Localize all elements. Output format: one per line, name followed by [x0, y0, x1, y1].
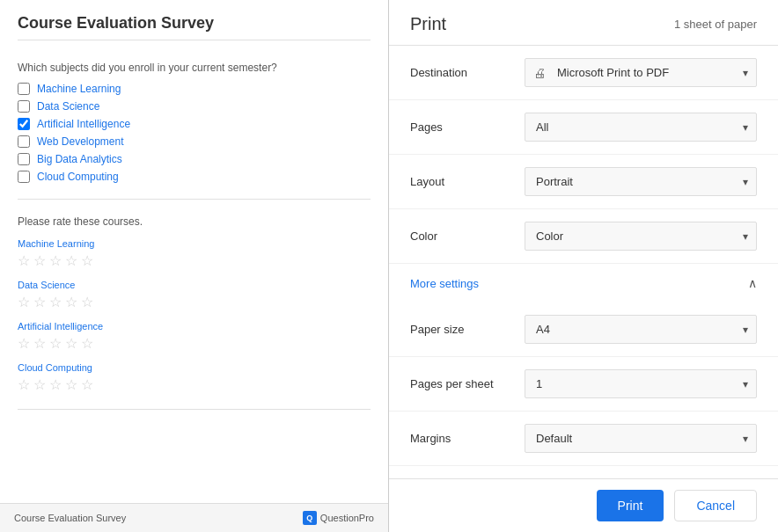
- layout-wrapper: Portrait Landscape ▾: [525, 167, 757, 196]
- color-row: Color Color Black and white ▾: [389, 209, 778, 264]
- star-icon[interactable]: ☆: [81, 252, 93, 269]
- checkbox-big-data[interactable]: [18, 153, 30, 165]
- star-icon[interactable]: ☆: [65, 252, 77, 269]
- course-name: Machine Learning: [18, 238, 371, 249]
- cancel-button[interactable]: Cancel: [674, 490, 757, 521]
- chevron-up-icon: ∧: [748, 276, 757, 290]
- star-icon[interactable]: ☆: [81, 294, 93, 310]
- star-icon[interactable]: ☆: [33, 335, 46, 352]
- checkbox-question: Which subjects did you enroll in your cu…: [18, 62, 371, 74]
- pages-per-sheet-wrapper: 1 2 4 ▾: [525, 369, 757, 398]
- survey-footer: Course Evaluation Survey Q QuestionPro: [0, 503, 388, 532]
- print-panel: Print 1 sheet of paper Destination 🖨 Mic…: [389, 0, 778, 532]
- star-icon[interactable]: ☆: [49, 294, 62, 310]
- layout-label: Layout: [410, 175, 525, 188]
- star-icon[interactable]: ☆: [49, 335, 62, 352]
- layout-select[interactable]: Portrait Landscape: [525, 167, 757, 196]
- survey-title: Course Evaluation Survey: [18, 14, 371, 40]
- list-item: Artificial Intelligence: [18, 118, 371, 130]
- scale-row: Scale Default Custom Fit to page ▾: [389, 466, 778, 478]
- stars-ai: ☆ ☆ ☆ ☆ ☆: [18, 335, 371, 352]
- list-item: Big Data Analytics: [18, 153, 371, 165]
- star-icon[interactable]: ☆: [18, 252, 30, 269]
- section-divider-2: [18, 409, 371, 410]
- pages-select[interactable]: All Custom: [525, 113, 757, 142]
- print-button[interactable]: Print: [597, 490, 664, 521]
- destination-row: Destination 🖨 Microsoft Print to PDF ▾: [389, 46, 778, 100]
- star-icon[interactable]: ☆: [18, 294, 30, 310]
- checkbox-list: Machine Learning Data Science Artificial…: [18, 83, 371, 183]
- star-icon[interactable]: ☆: [65, 294, 77, 310]
- footer-logo-text: QuestionPro: [320, 513, 374, 523]
- list-item: Data Science: [18, 100, 371, 113]
- stars-machine-learning: ☆ ☆ ☆ ☆ ☆: [18, 252, 371, 269]
- course-rating-cloud: Cloud Computing ☆ ☆ ☆ ☆ ☆: [18, 362, 371, 393]
- checkbox-label-data-science[interactable]: Data Science: [37, 100, 99, 113]
- star-icon[interactable]: ☆: [18, 376, 30, 393]
- stars-cloud: ☆ ☆ ☆ ☆ ☆: [18, 376, 371, 393]
- pages-wrapper: All Custom ▾: [525, 113, 757, 142]
- destination-label: Destination: [410, 66, 525, 79]
- checkbox-data-science[interactable]: [18, 100, 30, 113]
- checkbox-label-cloud[interactable]: Cloud Computing: [37, 171, 119, 183]
- print-footer: Print Cancel: [389, 478, 778, 532]
- list-item: Machine Learning: [18, 83, 371, 95]
- star-icon[interactable]: ☆: [33, 376, 46, 393]
- checkbox-label-machine-learning[interactable]: Machine Learning: [37, 83, 121, 95]
- stars-data-science: ☆ ☆ ☆ ☆ ☆: [18, 294, 371, 310]
- survey-content: Course Evaluation Survey Which subjects …: [0, 0, 388, 503]
- star-icon[interactable]: ☆: [18, 335, 30, 352]
- star-icon[interactable]: ☆: [49, 252, 62, 269]
- layout-row: Layout Portrait Landscape ▾: [389, 155, 778, 209]
- color-wrapper: Color Black and white ▾: [525, 222, 757, 251]
- questionpro-icon: Q: [303, 511, 317, 525]
- more-settings-row[interactable]: More settings ∧: [389, 264, 778, 302]
- pages-row: Pages All Custom ▾: [389, 100, 778, 155]
- course-name: Cloud Computing: [18, 362, 371, 373]
- checkbox-machine-learning[interactable]: [18, 83, 30, 95]
- paper-size-label: Paper size: [410, 323, 525, 336]
- course-name: Artificial Intelligence: [18, 321, 371, 332]
- star-icon[interactable]: ☆: [65, 335, 77, 352]
- checkbox-label-ai[interactable]: Artificial Intelligence: [37, 118, 130, 130]
- list-item: Web Development: [18, 135, 371, 148]
- pages-per-sheet-select[interactable]: 1 2 4: [525, 369, 757, 398]
- checkbox-label-big-data[interactable]: Big Data Analytics: [37, 153, 122, 165]
- star-icon[interactable]: ☆: [81, 376, 93, 393]
- color-select[interactable]: Color Black and white: [525, 222, 757, 251]
- paper-size-select[interactable]: A4 Letter Legal: [525, 315, 757, 344]
- list-item: Cloud Computing: [18, 171, 371, 183]
- checkbox-label-web-dev[interactable]: Web Development: [37, 135, 124, 148]
- star-icon[interactable]: ☆: [33, 252, 46, 269]
- print-title: Print: [410, 14, 446, 34]
- pages-per-sheet-row: Pages per sheet 1 2 4 ▾: [389, 357, 778, 412]
- destination-wrapper: 🖨 Microsoft Print to PDF ▾: [525, 58, 757, 87]
- margins-label: Margins: [410, 432, 525, 445]
- margins-select[interactable]: Default None Minimum Custom: [525, 424, 757, 453]
- destination-select[interactable]: Microsoft Print to PDF: [525, 58, 757, 87]
- more-settings-label: More settings: [410, 277, 479, 290]
- paper-size-wrapper: A4 Letter Legal ▾: [525, 315, 757, 344]
- footer-title: Course Evaluation Survey: [14, 513, 126, 523]
- star-icon[interactable]: ☆: [81, 335, 93, 352]
- star-icon[interactable]: ☆: [65, 376, 77, 393]
- sheet-info: 1 sheet of paper: [674, 18, 757, 31]
- pages-per-sheet-label: Pages per sheet: [410, 377, 525, 390]
- checkbox-cloud[interactable]: [18, 171, 30, 183]
- course-rating-machine-learning: Machine Learning ☆ ☆ ☆ ☆ ☆: [18, 238, 371, 269]
- course-name: Data Science: [18, 280, 371, 290]
- course-rating-ai: Artificial Intelligence ☆ ☆ ☆ ☆ ☆: [18, 321, 371, 352]
- print-body: Destination 🖨 Microsoft Print to PDF ▾ P…: [389, 46, 778, 478]
- print-header: Print 1 sheet of paper: [389, 0, 778, 46]
- footer-logo: Q QuestionPro: [303, 511, 374, 525]
- survey-panel: Course Evaluation Survey Which subjects …: [0, 0, 389, 532]
- section-divider: [18, 199, 371, 200]
- margins-row: Margins Default None Minimum Custom ▾: [389, 412, 778, 466]
- star-icon[interactable]: ☆: [33, 294, 46, 310]
- checkbox-web-dev[interactable]: [18, 135, 30, 148]
- color-label: Color: [410, 230, 525, 243]
- star-icon[interactable]: ☆: [49, 376, 62, 393]
- checkbox-ai[interactable]: [18, 118, 30, 130]
- margins-wrapper: Default None Minimum Custom ▾: [525, 424, 757, 453]
- rating-question: Please rate these courses.: [18, 215, 371, 228]
